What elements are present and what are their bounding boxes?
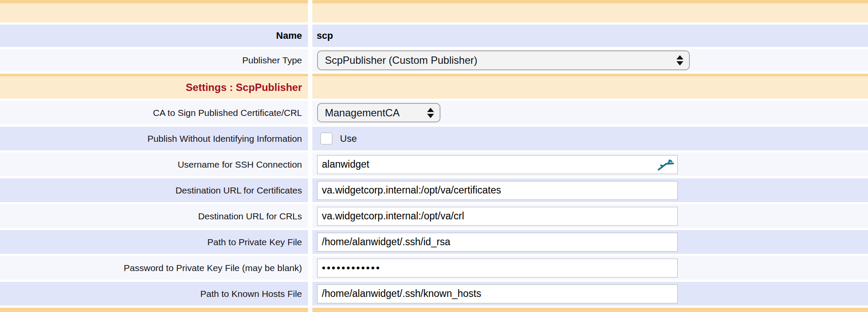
private-key-password-input[interactable] [317, 259, 678, 278]
dest-certs-input-wrap [317, 181, 678, 200]
dest-crls-label-cell: Destination URL for CRLs [0, 204, 308, 228]
publisher-type-value-cell: ScpPublisher (Custom Publisher) [312, 49, 868, 72]
dest-certs-label-cell: Destination URL for Certificates [0, 178, 308, 202]
publisher-type-label: Publisher Type [242, 55, 302, 66]
ca-selected-option: ManagementCA [325, 107, 399, 119]
select-arrows-icon [676, 55, 683, 66]
name-label-cell: Name [0, 25, 308, 47]
dest-certs-label: Destination URL for Certificates [176, 185, 302, 196]
chevron-up-icon [427, 108, 434, 112]
name-label: Name [276, 30, 302, 41]
use-checkbox[interactable] [320, 132, 333, 145]
chevron-down-icon [427, 114, 434, 118]
settings-heading: Settings : ScpPublisher [186, 81, 302, 94]
dest-crls-value-cell [312, 204, 868, 228]
private-key-path-label: Path to Private Key File [208, 237, 302, 247]
known-hosts-path-input[interactable] [317, 284, 678, 303]
dest-certs-value-cell [312, 178, 868, 202]
section-spacer-left [0, 0, 308, 22]
select-arrows-icon [427, 108, 434, 118]
chevron-up-icon [676, 55, 683, 59]
private-key-path-label-cell: Path to Private Key File [0, 230, 308, 254]
ca-select[interactable]: ManagementCA [317, 103, 440, 122]
dest-crls-input[interactable] [317, 207, 678, 226]
dest-crls-label: Destination URL for CRLs [198, 211, 302, 222]
publisher-type-select[interactable]: ScpPublisher (Custom Publisher) [317, 50, 690, 70]
private-key-password-input-wrap [317, 259, 678, 278]
chevron-down-icon [676, 61, 683, 66]
next-section-edge-left [0, 308, 308, 312]
private-key-password-label-cell: Password to Private Key File (may be bla… [0, 256, 308, 280]
name-value-cell: scp [312, 25, 868, 47]
ssh-username-label-cell: Username for SSH Connection [0, 153, 308, 176]
dest-certs-input[interactable] [317, 181, 678, 200]
name-value: scp [317, 30, 333, 41]
ca-value-cell: ManagementCA [312, 101, 868, 125]
publisher-type-label-cell: Publisher Type [0, 49, 308, 72]
publisher-type-selected-option: ScpPublisher (Custom Publisher) [325, 54, 477, 66]
anonymous-publish-label: Publish Without Identifying Information [148, 134, 302, 144]
private-key-path-value-cell [312, 230, 868, 254]
private-key-path-input-wrap [317, 233, 678, 252]
section-spacer-right [312, 0, 868, 22]
private-key-password-value-cell [312, 256, 868, 280]
ssh-username-input-wrap [317, 155, 678, 174]
private-key-password-label: Password to Private Key File (may be bla… [124, 263, 302, 273]
ca-label: CA to Sign Published Certificate/CRL [153, 108, 302, 118]
private-key-path-input[interactable] [317, 233, 678, 252]
known-hosts-path-value-cell [312, 282, 868, 306]
ssh-username-value-cell [312, 153, 868, 176]
next-section-edge-right [312, 308, 868, 312]
dest-crls-input-wrap [317, 207, 678, 226]
anonymous-publish-value-cell: Use [312, 127, 868, 150]
ssh-username-input[interactable] [317, 155, 678, 174]
ssh-username-label: Username for SSH Connection [178, 159, 302, 170]
known-hosts-path-label: Path to Known Hosts File [200, 289, 302, 299]
use-checkbox-label[interactable]: Use [340, 133, 357, 144]
anonymous-publish-label-cell: Publish Without Identifying Information [0, 127, 308, 150]
ca-label-cell: CA to Sign Published Certificate/CRL [0, 101, 308, 125]
dashlane-autofill-icon[interactable] [657, 158, 674, 172]
settings-heading-cell: Settings : ScpPublisher [0, 74, 308, 99]
settings-heading-spacer [312, 74, 868, 99]
publisher-edit-form: Name scp Publisher Type ScpPublisher (Cu… [0, 0, 868, 312]
known-hosts-path-input-wrap [317, 284, 678, 303]
known-hosts-path-label-cell: Path to Known Hosts File [0, 282, 308, 306]
